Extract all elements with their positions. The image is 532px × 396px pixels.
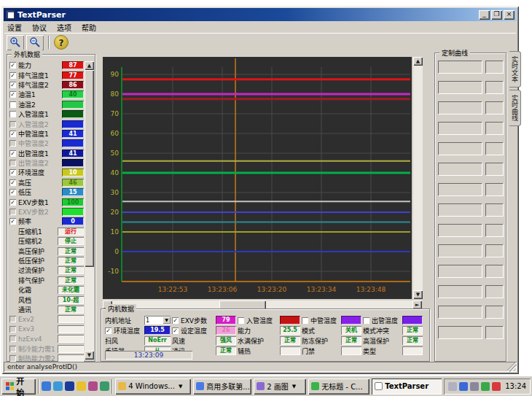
printer-icon[interactable] <box>448 382 457 391</box>
checkbox[interactable]: ✓ <box>9 169 16 176</box>
indoor-data-column: 25.5正常 <box>280 316 300 355</box>
volume-icon[interactable] <box>470 382 479 391</box>
task-button[interactable]: 商用多联第... <box>193 378 251 395</box>
checkbox[interactable]: ✓ <box>9 72 16 79</box>
curve-value-box[interactable] <box>485 203 503 216</box>
curve-value-box[interactable] <box>485 61 503 73</box>
svg-text:40: 40 <box>111 169 120 176</box>
tab-realtime-text[interactable]: 实时文本 <box>509 51 521 88</box>
curve-value-box[interactable] <box>485 163 503 175</box>
zoom-out-button[interactable] <box>26 35 44 50</box>
app-icon[interactable] <box>65 381 74 391</box>
menu-item-0[interactable]: 设置 <box>7 22 22 33</box>
svg-text:-10: -10 <box>108 268 119 275</box>
tab-realtime-curve[interactable]: 实时曲线 <box>509 90 521 126</box>
lock-icon[interactable] <box>88 381 98 391</box>
curve-name-box[interactable] <box>438 244 482 257</box>
curve-name-box[interactable] <box>438 285 482 298</box>
curve-name-box[interactable] <box>438 265 482 277</box>
checkbox[interactable]: ✓ <box>9 131 16 137</box>
checkbox[interactable]: ✓ <box>9 150 16 157</box>
task-button[interactable]: 2 画图▼ <box>254 378 306 395</box>
checkbox[interactable]: ✓ <box>9 82 16 88</box>
scroll-up-icon[interactable]: ▲ <box>85 61 94 70</box>
curve-name-box[interactable] <box>438 183 482 195</box>
curve-name-box[interactable] <box>438 81 482 93</box>
checkbox[interactable]: ✓ <box>105 327 112 334</box>
maximize-button[interactable]: ❐ <box>491 10 502 20</box>
agent-icon[interactable] <box>459 382 468 391</box>
checkbox[interactable]: ✓ <box>172 327 179 334</box>
curve-value-box[interactable] <box>485 81 503 93</box>
curve-value-box[interactable] <box>485 122 503 134</box>
task-button[interactable]: 无标题 - C... <box>308 378 369 395</box>
curve-name-box[interactable] <box>438 224 482 236</box>
curve-value-box[interactable] <box>485 265 503 277</box>
start-button[interactable]: 开始 <box>1 378 36 395</box>
curve-value-box[interactable] <box>485 101 503 114</box>
curve-name-box[interactable] <box>438 306 482 318</box>
curve-value-box[interactable] <box>485 183 503 195</box>
checkbox[interactable]: ✓ <box>9 189 16 195</box>
resize-grip[interactable] <box>507 362 517 372</box>
curve-name-box[interactable] <box>438 142 482 155</box>
checkbox[interactable]: ✓ <box>172 317 179 324</box>
scroll-thumb[interactable] <box>85 70 94 267</box>
curve-value-box[interactable] <box>485 244 503 257</box>
task-button[interactable]: TextParser <box>372 378 442 395</box>
notes-icon[interactable] <box>77 381 86 391</box>
checkbox[interactable] <box>9 111 16 117</box>
scroll-down-icon[interactable]: ▼ <box>85 351 94 360</box>
checkbox[interactable]: ✓ <box>9 62 16 69</box>
checkbox[interactable]: ✓ <box>9 91 16 98</box>
indoor-data-cell: 26 <box>216 326 236 335</box>
left-panel-scrollbar[interactable]: ▲ ▼ <box>85 61 94 360</box>
curve-name-box[interactable] <box>438 122 482 134</box>
menu-item-1[interactable]: 协议 <box>32 22 47 33</box>
unit-address-select[interactable]: 1▼ <box>144 316 171 325</box>
curve-value-box[interactable] <box>485 326 503 338</box>
checkbox[interactable] <box>9 101 16 108</box>
browser-icon[interactable] <box>53 381 63 391</box>
status-value <box>58 315 84 323</box>
svg-text:13:22:53: 13:22:53 <box>158 286 187 293</box>
minimize-button[interactable]: _ <box>479 10 490 20</box>
indoor-data-cell: 防冻保护 <box>302 336 340 345</box>
status-value <box>341 346 361 355</box>
window-title: TextParser <box>17 10 66 20</box>
curve-name-box[interactable] <box>438 163 482 175</box>
checkbox[interactable] <box>302 317 308 324</box>
chevron-down-icon[interactable]: ▼ <box>292 384 296 389</box>
chevron-down-icon[interactable]: ▼ <box>179 384 182 389</box>
help-button[interactable]: ? <box>54 35 69 50</box>
curve-value-box[interactable] <box>485 224 503 236</box>
zoom-in-button[interactable] <box>7 35 24 50</box>
antivirus-icon[interactable] <box>492 382 501 391</box>
menu-item-3[interactable]: 帮助 <box>82 22 96 33</box>
checkbox[interactable]: ✓ <box>9 218 16 225</box>
checkbox[interactable]: ✓ <box>9 199 16 206</box>
curve-name-box[interactable] <box>438 326 482 338</box>
scroll-down-icon[interactable]: ▼ <box>413 290 423 299</box>
scroll-up-icon[interactable]: ▲ <box>413 57 423 66</box>
chevron-down-icon[interactable]: ▼ <box>163 317 171 324</box>
task-button[interactable]: 4 Windows...▼ <box>115 378 191 395</box>
messenger-icon[interactable] <box>100 381 109 391</box>
checkbox[interactable] <box>363 317 369 324</box>
checkbox[interactable] <box>238 317 244 324</box>
chart-vertical-scrollbar[interactable]: ▲ ▼ <box>413 57 423 299</box>
task-button-label: 2 画图 <box>267 381 289 392</box>
menu-item-2[interactable]: 选项 <box>57 22 71 33</box>
curve-value-box[interactable] <box>485 306 503 318</box>
checkbox[interactable]: ✓ <box>9 179 16 186</box>
curve-value-box[interactable] <box>485 142 503 155</box>
network-icon[interactable] <box>481 382 490 391</box>
close-button[interactable]: × <box>504 10 515 20</box>
curve-name-box[interactable] <box>438 61 482 73</box>
curve-name-box[interactable] <box>438 203 482 216</box>
curve-name-box[interactable] <box>438 101 482 114</box>
indoor-data-column: 出管温度模式冲突高温保护类型 <box>363 316 401 355</box>
trend-chart[interactable]: 9080706050403020100-1013:22:5313:23:0613… <box>103 57 412 299</box>
curve-value-box[interactable] <box>485 285 503 298</box>
ie-icon[interactable] <box>42 381 51 391</box>
